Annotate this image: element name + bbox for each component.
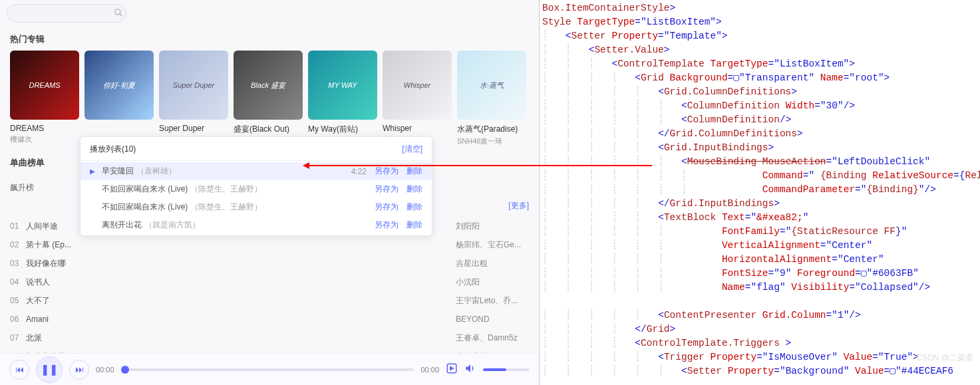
rank-artist: 刘阳阳 — [456, 221, 529, 232]
albums-row: DREAMSDREAMS檀健次 你好·初夏 Super DuperSuper D… — [0, 51, 539, 146]
rank-name: 大不了 — [26, 295, 456, 307]
rank-row[interactable]: 04说书人小沈阳 — [10, 273, 529, 291]
rank-num: 07 — [10, 333, 26, 342]
rank-artist: 吉星出租 — [456, 258, 529, 269]
album-card[interactable]: MY WAYMy Way(前站) — [308, 51, 377, 146]
rank-row[interactable]: 06AmaniBEYOND — [10, 310, 529, 328]
album-card[interactable]: Super DuperSuper Duper — [159, 51, 228, 146]
rank-name: 第十幕 (Ep... — [26, 239, 456, 251]
rank-artist: 小沈阳 — [456, 277, 529, 288]
rank-num: 02 — [10, 240, 26, 249]
progress-bar[interactable] — [121, 368, 414, 371]
search-input[interactable] — [14, 9, 114, 18]
section-hot-albums: 热门专辑 — [0, 27, 539, 51]
playlist-header: 播放列表(10) [清空] — [81, 137, 432, 161]
player-bar: ⏮ ❚❚ ⏭ 00:00 00:00 — [0, 353, 539, 385]
rank-artist: 杨宗纬、宝石Ge... — [456, 239, 529, 251]
prev-button[interactable]: ⏮ — [9, 360, 29, 380]
album-card[interactable]: WhisperWhisper者) — [383, 51, 452, 146]
playlist-saveas-link[interactable]: 另存为 — [375, 219, 399, 231]
progress-thumb[interactable] — [121, 366, 129, 374]
playlist-row[interactable]: 离别开出花（就是南方凯） 另存为 删除 — [81, 216, 432, 234]
rank-row[interactable]: 03我好像在哪吉星出租 — [10, 254, 529, 273]
search-icon[interactable] — [114, 8, 123, 19]
rank-num: 01 — [10, 221, 26, 231]
album-card[interactable]: DREAMSDREAMS檀健次 — [10, 51, 79, 146]
time-current: 00:00 — [96, 366, 114, 374]
next-button[interactable]: ⏭ — [69, 360, 89, 380]
album-artist: SNH48袁一琦 — [457, 136, 526, 146]
album-cover[interactable]: 水·蒸气 — [457, 51, 526, 120]
rank-num: 05 — [10, 296, 26, 305]
album-title: 盛宴(Black Out) — [234, 124, 303, 135]
svg-point-0 — [115, 9, 120, 14]
code-editor-pane[interactable]: Box.ItemContainerStyle> Style TargetType… — [539, 0, 980, 385]
playlist-saveas-link[interactable]: 另存为 — [375, 166, 399, 177]
playlist-popup: 播放列表(10) [清空] ▶ 早安隆回（袁树雄） 4:22 另存为 删除 不如… — [80, 136, 432, 236]
volume-slider[interactable] — [483, 368, 530, 371]
search-box[interactable] — [7, 4, 126, 23]
rank-artist: BEYOND — [456, 315, 529, 324]
rank-name: 北派 — [26, 332, 456, 344]
playlist-row[interactable]: 不如回家喝自来水 (Live)（陈楚生、王赫野） 另存为 删除 — [81, 180, 432, 198]
playlist-song-name: 离别开出花（就是南方凯） — [102, 219, 337, 231]
album-cover[interactable]: DREAMS — [10, 51, 79, 120]
rank-name: 说书人 — [26, 277, 456, 288]
playlist-saveas-link[interactable]: 另存为 — [375, 201, 399, 213]
rank-artist: 王睿卓、Damn5z — [456, 332, 529, 344]
album-cover[interactable]: 你好·初夏 — [84, 51, 154, 120]
rank-num: 03 — [10, 259, 26, 268]
playlist-row[interactable]: 不如回家喝自来水 (Live)（陈楚生、王赫野） 另存为 删除 — [81, 198, 432, 216]
album-cover[interactable]: Whisper — [383, 51, 452, 120]
playlist-duration: 4:22 — [337, 167, 367, 176]
playlist-clear-link[interactable]: [清空] — [402, 144, 422, 155]
album-title: Whisper — [383, 124, 452, 133]
playlist-song-name: 不如回家喝自来水 (Live)（陈楚生、王赫野） — [102, 184, 337, 195]
time-total: 00:00 — [420, 366, 439, 374]
album-cover[interactable]: MY WAY — [308, 51, 377, 120]
playlist-delete-link[interactable]: 删除 — [407, 166, 422, 177]
album-title: My Way(前站) — [308, 124, 377, 135]
volume-icon[interactable] — [464, 362, 476, 376]
album-card[interactable]: Black 盛宴盛宴(Black Out) — [234, 51, 303, 146]
album-artist: 檀健次 — [10, 134, 79, 144]
playlist-saveas-link[interactable]: 另存为 — [375, 184, 399, 195]
playlist-song-name: 不如回家喝自来水 (Live)（陈楚生、王赫野） — [102, 201, 337, 213]
rank-num: 06 — [10, 315, 26, 324]
album-title: 水蒸气(Paradise) — [457, 124, 526, 135]
play-flag-icon: ▶ — [90, 168, 102, 175]
playlist-delete-link[interactable]: 删除 — [407, 219, 422, 231]
annotation-arrow — [306, 165, 652, 166]
rank-num: 04 — [10, 277, 26, 287]
rank-name: Amani — [26, 315, 456, 324]
svg-line-1 — [120, 13, 122, 16]
playlist-body: ▶ 早安隆回（袁树雄） 4:22 另存为 删除 不如回家喝自来水 (Live)（… — [81, 161, 432, 235]
music-app-pane: 热门专辑 DREAMSDREAMS檀健次 你好·初夏 Super DuperSu… — [0, 0, 539, 385]
album-title: DREAMS — [10, 124, 79, 133]
playlist-icon[interactable] — [446, 362, 458, 376]
rank-row[interactable]: 02第十幕 (Ep...杨宗纬、宝石Ge... — [10, 235, 529, 254]
album-card[interactable]: 水·蒸气水蒸气(Paradise)SNH48袁一琦 — [457, 51, 526, 146]
watermark: CSDN @二菜柔 — [916, 351, 973, 365]
playlist-delete-link[interactable]: 删除 — [407, 184, 422, 195]
volume-fill — [483, 368, 506, 371]
rank-row[interactable]: 07北派王睿卓、Damn5z — [10, 328, 529, 347]
rank-row[interactable]: 05大不了王宇宙Leto、乔... — [10, 291, 529, 310]
album-card[interactable]: 你好·初夏 — [84, 51, 154, 146]
album-title: Super Duper — [159, 124, 228, 133]
search-row — [0, 0, 539, 27]
play-pause-button[interactable]: ❚❚ — [36, 356, 63, 383]
rank-name: 我好像在哪 — [26, 258, 456, 269]
rank-artist: 王宇宙Leto、乔... — [456, 295, 529, 307]
playlist-delete-link[interactable]: 删除 — [407, 201, 422, 213]
album-cover[interactable]: Black 盛宴 — [234, 51, 303, 120]
playlist-title: 播放列表(10) — [90, 144, 136, 155]
album-cover[interactable]: Super Duper — [159, 51, 228, 120]
